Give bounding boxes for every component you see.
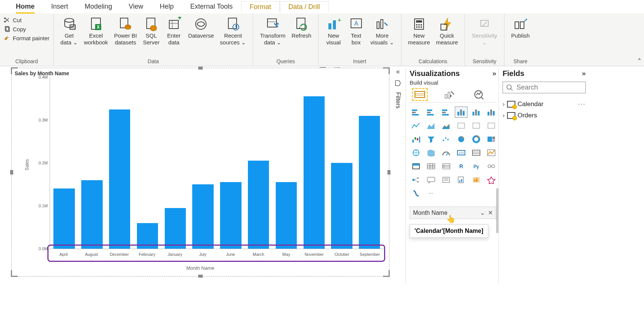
tab-modeling[interactable]: Modeling xyxy=(76,1,120,12)
viz-type-treemap[interactable] xyxy=(485,134,498,145)
x-axis-field-well[interactable]: Month Name ⌄ ✕ 👆 xyxy=(410,207,496,219)
viz-type-scol100[interactable] xyxy=(485,106,498,118)
bar[interactable] xyxy=(137,223,158,249)
dataverse-button[interactable]: Dataverse xyxy=(185,15,217,41)
resize-handle[interactable] xyxy=(198,67,203,70)
resize-handle[interactable] xyxy=(10,170,13,175)
viz-type-narrative[interactable] xyxy=(440,174,453,185)
viz-type-qna[interactable] xyxy=(425,174,437,185)
chart-visual[interactable]: Sales by Month Name Sales 0.0M0.1M0.2M0.… xyxy=(11,68,389,277)
fields-search-input[interactable]: Search xyxy=(503,82,586,93)
viz-type-donut[interactable] xyxy=(470,134,483,145)
viz-type-pbapp[interactable] xyxy=(470,174,483,185)
more-visuals-button[interactable]: More visuals ⌄ xyxy=(368,15,397,47)
viz-type-pauto[interactable] xyxy=(410,188,422,199)
viz-type-getmore[interactable] xyxy=(485,174,498,185)
viz-type-table[interactable] xyxy=(425,161,437,172)
viz-type-mcard[interactable] xyxy=(470,147,483,158)
bar[interactable] xyxy=(53,188,74,249)
viz-type-sbar100[interactable] xyxy=(440,106,453,118)
sql-server-button[interactable]: SQL Server xyxy=(140,15,163,47)
viz-type-pyvis[interactable]: Py xyxy=(470,161,483,172)
viz-type-more[interactable]: ··· xyxy=(425,188,437,199)
field-dropdown-icon[interactable]: ⌄ xyxy=(480,209,485,216)
quick-measure-button[interactable]: Quick measure xyxy=(433,15,461,47)
enter-data-button[interactable]: + Enter data xyxy=(163,15,185,47)
viz-type-scatter[interactable] xyxy=(440,134,453,145)
viz-type-ccol[interactable] xyxy=(455,106,468,118)
format-visual-tab[interactable] xyxy=(441,88,457,101)
format-painter-button[interactable]: Format painter xyxy=(4,35,50,41)
selection-corner xyxy=(11,270,18,277)
viz-type-combo2[interactable] xyxy=(470,120,483,131)
text-box-button[interactable]: A Text box xyxy=(345,15,368,47)
viz-type-decomp[interactable] xyxy=(410,174,422,185)
analytics-tab[interactable] xyxy=(471,88,486,101)
tab-format[interactable]: Format xyxy=(241,1,280,12)
bar[interactable] xyxy=(359,116,380,249)
viz-type-card[interactable]: 123 xyxy=(455,147,468,158)
tab-home[interactable]: Home xyxy=(8,1,43,12)
bar[interactable] xyxy=(304,96,325,249)
viz-type-sbar[interactable] xyxy=(410,106,422,118)
field-remove-icon[interactable]: ✕ xyxy=(488,209,493,216)
viz-type-rvis[interactable]: R xyxy=(455,161,468,172)
viz-type-kpi[interactable] xyxy=(485,147,498,158)
viz-type-matrix[interactable] xyxy=(440,161,453,172)
bar[interactable] xyxy=(331,163,352,249)
resize-handle[interactable] xyxy=(387,170,390,175)
filters-pane-collapsed[interactable]: « Filters xyxy=(391,68,405,109)
tab-insert[interactable]: Insert xyxy=(43,1,76,12)
tab-external-tools[interactable]: External Tools xyxy=(182,1,241,12)
viz-type-ribbonc[interactable] xyxy=(485,120,498,131)
report-canvas[interactable]: ••• Sales by Month Name Sales 0.0M0.1M0.… xyxy=(11,68,389,277)
bar[interactable] xyxy=(192,184,213,249)
filters-bookmark-icon[interactable] xyxy=(394,79,402,87)
copy-button[interactable]: Copy xyxy=(4,26,50,32)
bar[interactable] xyxy=(81,180,102,249)
new-measure-button[interactable]: New measure xyxy=(405,15,433,47)
refresh-button[interactable]: Refresh xyxy=(289,15,314,41)
ribbon-collapse-button[interactable]: ⌃ xyxy=(637,57,642,64)
viz-type-scol[interactable] xyxy=(470,106,483,118)
viz-type-keyinf[interactable] xyxy=(485,161,498,172)
viz-type-slicer[interactable] xyxy=(410,161,422,172)
tab-view[interactable]: View xyxy=(120,1,152,12)
viz-type-cbar[interactable] xyxy=(425,106,437,118)
collapse-fields-pane-icon[interactable]: » xyxy=(582,70,586,78)
build-visual-tab[interactable] xyxy=(412,88,428,101)
viz-type-pie[interactable] xyxy=(455,134,468,145)
cut-button[interactable]: Cut xyxy=(4,17,50,23)
bar[interactable] xyxy=(220,182,241,249)
bar[interactable] xyxy=(165,208,186,249)
field-table-calendar[interactable]: ›Calendar··· xyxy=(503,99,586,110)
viz-type-gauge[interactable] xyxy=(440,147,453,158)
viz-type-funnel[interactable] xyxy=(425,134,437,145)
viz-type-map[interactable] xyxy=(410,147,422,158)
get-data-button[interactable]: Get data ⌄ xyxy=(58,15,81,47)
new-visual-button[interactable]: + New visual xyxy=(322,15,345,47)
viz-type-fillmap[interactable] xyxy=(425,147,437,158)
recent-sources-button[interactable]: Recent sources ⌄ xyxy=(217,15,249,47)
expand-filters-icon[interactable]: « xyxy=(396,68,400,76)
bar[interactable] xyxy=(109,109,130,249)
resize-handle[interactable] xyxy=(198,275,203,278)
publish-button[interactable]: Publish xyxy=(508,15,533,41)
pbi-datasets-button[interactable]: Power BI datasets xyxy=(111,15,140,47)
viz-type-waterfall[interactable] xyxy=(410,134,422,145)
collapse-vis-pane-icon[interactable]: » xyxy=(492,70,496,78)
transform-data-button[interactable]: Transform data ⌄ xyxy=(257,15,289,47)
viz-type-line[interactable] xyxy=(410,120,422,131)
bar[interactable] xyxy=(248,161,269,249)
viz-type-pag[interactable] xyxy=(455,174,468,185)
tab-data-drill[interactable]: Data / Drill xyxy=(280,1,329,12)
viz-type-area[interactable] xyxy=(425,120,437,131)
field-table-orders[interactable]: ›Orders xyxy=(503,110,586,121)
search-placeholder: Search xyxy=(516,84,538,91)
bar[interactable] xyxy=(276,182,297,249)
viz-type-combo1[interactable] xyxy=(455,120,468,131)
table-more-icon[interactable]: ··· xyxy=(578,100,586,108)
excel-workbook-button[interactable]: X Excel workbook xyxy=(81,15,111,47)
viz-type-sarea[interactable] xyxy=(440,120,453,131)
tab-help[interactable]: Help xyxy=(152,1,182,12)
